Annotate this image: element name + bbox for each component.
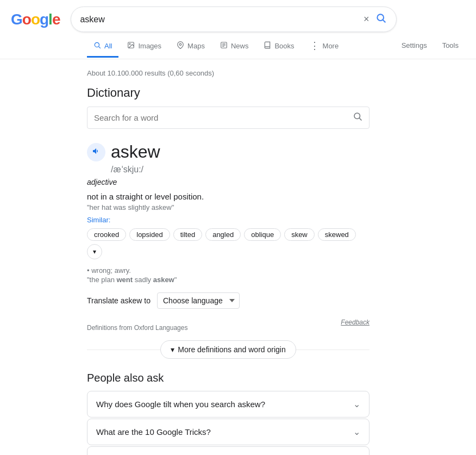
tab-images-label: Images (138, 42, 161, 50)
speaker-icon (92, 147, 101, 158)
search-icon (375, 14, 386, 26)
tab-images[interactable]: Images (121, 36, 168, 58)
close-icon: × (364, 14, 369, 24)
nav-right: Settings Tools (395, 37, 465, 56)
divider-right (296, 350, 369, 350)
tab-maps[interactable]: Maps (170, 36, 211, 58)
chevron-down-icon: ▾ (93, 248, 96, 255)
svg-point-2 (95, 42, 99, 47)
chevron-down-icon: ⌄ (353, 427, 360, 437)
oxford-attribution: Definitions from Oxford Languages (87, 324, 187, 332)
paa-question-1: What are the 10 Google Tricks? (96, 427, 211, 437)
translate-row: Translate askew to Choose language Spani… (87, 292, 369, 309)
svg-point-11 (354, 113, 360, 119)
word-heading: askew (111, 142, 160, 162)
maps-icon (177, 41, 184, 51)
paa-item-1[interactable]: What are the 10 Google Tricks? ⌄ (87, 419, 369, 445)
paa-question-0: Why does Google tilt when you search ask… (96, 400, 265, 409)
people-also-ask-section: People also ask Why does Google tilt whe… (87, 372, 369, 455)
nav-tabs: All Images Maps News Books ⋮ More Settin… (0, 32, 476, 59)
more-definitions-button[interactable]: ▾ More definitions and word origin (160, 340, 296, 359)
tab-more[interactable]: ⋮ More (303, 34, 346, 59)
svg-point-5 (130, 43, 131, 45)
language-select[interactable]: Choose language Spanish French German It… (157, 292, 240, 309)
word-pos: adjective (87, 178, 369, 186)
similar-tag-lopsided[interactable]: lopsided (129, 228, 170, 241)
word-phonetic: /æˈskju:/ (111, 164, 369, 174)
definition-example-2: "the plan went sadly askew" (87, 276, 369, 284)
dictionary-search-input[interactable] (94, 113, 353, 122)
more-dots-icon: ⋮ (310, 40, 320, 52)
search-submit-button[interactable] (374, 11, 387, 27)
tab-all-label: All (104, 42, 112, 50)
more-defs-container: ▾ More definitions and word origin (87, 340, 369, 359)
settings-button[interactable]: Settings (395, 37, 434, 54)
search-bar: × (71, 7, 397, 32)
chevron-down-icon: ⌄ (353, 399, 360, 409)
feedback-link[interactable]: Feedback (341, 319, 369, 326)
divider-left (87, 350, 160, 350)
definition-example-1: "her hat was slightly askew" (87, 203, 369, 211)
header: Google × (0, 0, 476, 32)
tab-all[interactable]: All (87, 36, 118, 58)
all-icon (93, 41, 101, 51)
dictionary-title: Dictionary (87, 86, 369, 100)
tab-books-label: Books (274, 42, 294, 50)
definition-2: • wrong; awry. "the plan went sadly aske… (87, 266, 369, 284)
search-input[interactable] (80, 15, 358, 24)
similar-tag-skew[interactable]: skew (284, 228, 315, 241)
paa-title: People also ask (87, 372, 369, 384)
clear-search-button[interactable]: × (362, 13, 371, 26)
svg-line-12 (359, 118, 361, 120)
dictionary-search-bar (87, 107, 369, 129)
search-bar-container: × (71, 7, 397, 32)
similar-tag-oblique[interactable]: oblique (244, 228, 281, 241)
definition-bullet: • wrong; awry. (87, 266, 369, 275)
books-icon (264, 41, 271, 51)
svg-point-6 (179, 43, 181, 46)
tab-books[interactable]: Books (257, 36, 300, 58)
similar-tag-angled[interactable]: angled (205, 228, 241, 241)
more-defs-label: More definitions and word origin (178, 345, 285, 354)
main-content: About 10.100.000 results (0,60 seconds) … (0, 59, 380, 455)
tab-more-label: More (323, 42, 339, 50)
word-entry: askew /æˈskju:/ adjective not in a strai… (87, 140, 369, 336)
tab-news[interactable]: News (214, 36, 255, 58)
chevron-down-icon: ▾ (171, 345, 174, 354)
similar-row: Similar: crooked lopsided tilted angled … (87, 216, 369, 259)
tab-news-label: News (231, 42, 249, 50)
paa-item-2[interactable]: Do a barrel roll and more Google Tricks?… (87, 446, 369, 455)
similar-tag-tilted[interactable]: tilted (173, 228, 202, 241)
tab-maps-label: Maps (187, 42, 205, 50)
svg-line-1 (383, 20, 386, 23)
word-header: askew (87, 142, 369, 162)
feedback-row: Feedback (341, 319, 369, 326)
tools-button[interactable]: Tools (436, 37, 465, 54)
paa-item-0[interactable]: Why does Google tilt when you search ask… (87, 391, 369, 417)
translate-label: Translate askew to (87, 296, 151, 305)
results-count: About 10.100.000 results (0,60 seconds) (87, 69, 369, 77)
similar-tag-crooked[interactable]: crooked (87, 228, 126, 241)
google-logo[interactable]: Google (11, 11, 60, 28)
definition-text-1: not in a straight or level position. (87, 192, 369, 201)
similar-tag-skewed[interactable]: skewed (318, 228, 356, 241)
news-icon (220, 41, 228, 51)
similar-tags: crooked lopsided tilted angled oblique s… (87, 228, 369, 259)
images-icon (127, 41, 135, 51)
definition-1: not in a straight or level position. "he… (87, 192, 369, 259)
similar-label: Similar: (87, 216, 110, 224)
dict-search-icon (353, 111, 362, 124)
audio-button[interactable] (87, 143, 105, 161)
svg-line-3 (99, 46, 101, 48)
svg-point-0 (378, 14, 384, 21)
expand-similar-button[interactable]: ▾ (87, 244, 102, 259)
